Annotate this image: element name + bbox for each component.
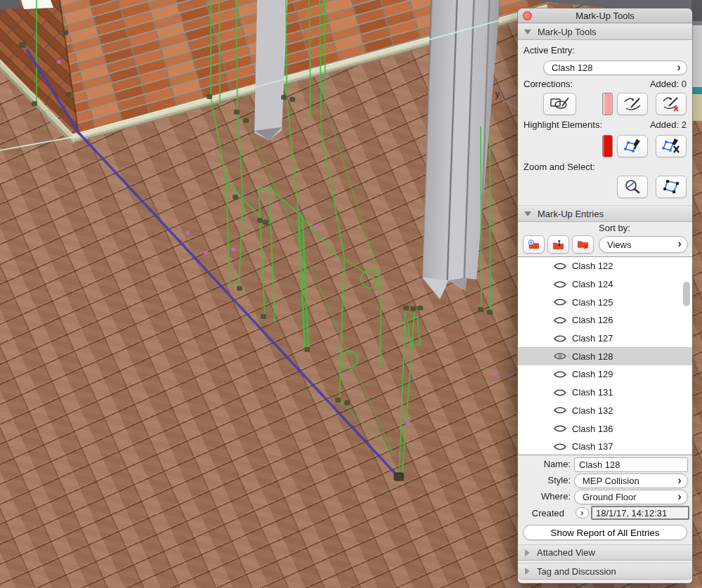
markup-tools-palette: Mark-Up Tools Mark-Up Tools Active Entry… bbox=[518, 8, 692, 583]
show-report-button[interactable]: Show Report of All Entries bbox=[523, 525, 687, 540]
zoom-to-elements-button[interactable] bbox=[617, 176, 648, 198]
highlight-color-swatch[interactable] bbox=[602, 135, 613, 157]
corrections-added-count: Added: 0 bbox=[650, 79, 687, 89]
list-item[interactable]: Clash 122 bbox=[518, 257, 692, 275]
chevron-right-icon: › bbox=[677, 477, 682, 484]
remove-correction-button[interactable] bbox=[656, 93, 687, 115]
chevron-right-icon: › bbox=[677, 64, 681, 71]
eye-open-icon bbox=[553, 352, 567, 360]
where-label: Where: bbox=[518, 491, 571, 502]
zoom-select-label: Zoom and Select: bbox=[524, 162, 595, 172]
eye-closed-icon bbox=[553, 262, 567, 270]
disclosure-down-icon bbox=[524, 211, 531, 216]
eye-closed-icon bbox=[553, 316, 567, 325]
palette-titlebar[interactable]: Mark-Up Tools bbox=[518, 8, 692, 23]
folder-add-icon bbox=[528, 237, 540, 251]
list-item[interactable]: Clash 126 bbox=[518, 311, 692, 329]
polygon-brush-delete-icon bbox=[661, 138, 681, 155]
list-item[interactable]: Clash 137 bbox=[518, 438, 692, 455]
name-label: Name: bbox=[518, 459, 571, 469]
disclosure-down-icon bbox=[524, 30, 531, 34]
select-elements-button[interactable] bbox=[656, 176, 687, 198]
list-item[interactable]: Clash 127 bbox=[518, 329, 692, 348]
folder-updown-icon bbox=[552, 237, 564, 251]
list-item-selected[interactable]: Clash 128 bbox=[518, 347, 692, 365]
style-label: Style: bbox=[518, 475, 571, 485]
highlight-elements-label: Highlight Elements: bbox=[524, 119, 602, 130]
chevron-right-icon: › bbox=[580, 510, 583, 516]
list-scrollbar-thumb[interactable] bbox=[683, 282, 690, 306]
eye-closed-icon bbox=[553, 280, 567, 289]
close-button[interactable] bbox=[523, 11, 532, 20]
corrections-label: Corrections: bbox=[524, 79, 573, 89]
list-item[interactable]: Clash 136 bbox=[518, 419, 692, 438]
folder-delete-icon bbox=[577, 237, 589, 251]
eye-closed-icon bbox=[553, 370, 567, 379]
created-label: Created bbox=[518, 508, 564, 518]
shape-pencil-icon bbox=[550, 96, 571, 112]
palette-title: Mark-Up Tools bbox=[576, 11, 635, 21]
eye-closed-icon bbox=[553, 424, 567, 433]
chevron-right-icon: › bbox=[677, 493, 682, 500]
new-entry-button[interactable] bbox=[523, 235, 545, 254]
eye-closed-icon bbox=[553, 443, 567, 451]
entries-list[interactable]: Clash 122 Clash 124 Clash 125 Clash 126 … bbox=[518, 256, 692, 455]
move-entry-button[interactable] bbox=[547, 235, 569, 254]
list-item[interactable]: Clash 132 bbox=[518, 402, 692, 420]
eye-closed-icon bbox=[553, 406, 567, 414]
pen-delete-icon bbox=[662, 96, 680, 112]
sort-by-dropdown[interactable]: Views › bbox=[599, 236, 688, 253]
list-item[interactable]: Clash 131 bbox=[518, 384, 692, 402]
pen-add-icon bbox=[623, 96, 642, 112]
building-edge-sliver bbox=[691, 0, 702, 121]
disclosure-right-icon bbox=[525, 568, 530, 575]
active-entry-label: Active Entry: bbox=[524, 45, 575, 55]
app-window: y Mark-Up Tools Mark-Up Tools Active Ent… bbox=[0, 0, 702, 588]
eye-closed-icon bbox=[553, 388, 567, 397]
correction-color-swatch[interactable] bbox=[602, 93, 613, 115]
active-entry-dropdown[interactable]: Clash 128 › bbox=[543, 60, 687, 75]
polygon-brush-icon bbox=[623, 138, 642, 155]
highlight-added-count: Added: 2 bbox=[650, 119, 687, 130]
disclosure-right-icon bbox=[525, 549, 530, 556]
style-dropdown[interactable]: MEP Collision › bbox=[574, 473, 688, 488]
highlight-paint-button[interactable] bbox=[617, 135, 648, 157]
marquee-polygon-icon bbox=[662, 178, 680, 195]
section-tag-discussion[interactable]: Tag and Discussion bbox=[518, 563, 692, 580]
created-date-field: 18/1/17, 14:12:31 bbox=[591, 506, 689, 520]
sort-by-label: Sort by: bbox=[599, 223, 630, 233]
where-dropdown[interactable]: Ground Floor › bbox=[574, 490, 688, 504]
delete-entry-button[interactable] bbox=[572, 235, 594, 254]
add-correction-button[interactable] bbox=[617, 93, 648, 115]
correction-draw-button[interactable] bbox=[543, 93, 576, 115]
chevron-right-icon: › bbox=[677, 240, 682, 247]
eye-closed-icon bbox=[553, 298, 567, 306]
eye-closed-icon bbox=[553, 334, 567, 343]
list-item[interactable]: Clash 124 bbox=[518, 275, 692, 294]
name-field[interactable]: Clash 128 bbox=[574, 457, 688, 472]
axis-y-label: y bbox=[495, 89, 500, 99]
list-item[interactable]: Clash 125 bbox=[518, 293, 692, 311]
section-markup-entries[interactable]: Mark-Up Entries bbox=[518, 205, 692, 222]
section-markup-tools[interactable]: Mark-Up Tools bbox=[518, 23, 692, 40]
magnifier-icon bbox=[624, 178, 641, 195]
highlight-remove-button[interactable] bbox=[656, 135, 687, 157]
section-attached-view[interactable]: Attached View bbox=[518, 544, 692, 561]
list-item[interactable]: Clash 129 bbox=[518, 365, 692, 384]
created-expand-button[interactable]: › bbox=[576, 507, 589, 518]
